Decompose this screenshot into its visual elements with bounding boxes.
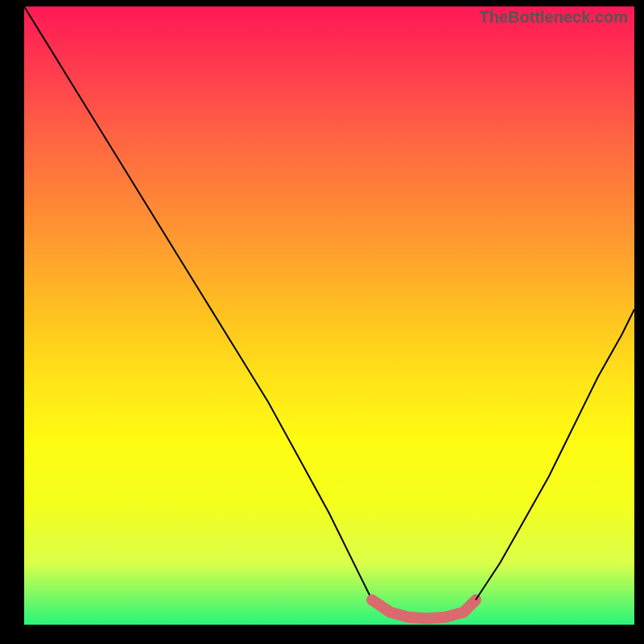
- curve-trough: [372, 600, 476, 618]
- curve-right: [476, 309, 634, 600]
- curve-left: [24, 6, 372, 600]
- plot-area: [24, 6, 634, 625]
- chart-svg: [24, 6, 634, 625]
- chart-container: TheBottleneck.com: [0, 0, 644, 644]
- watermark-text: TheBottleneck.com: [480, 8, 628, 27]
